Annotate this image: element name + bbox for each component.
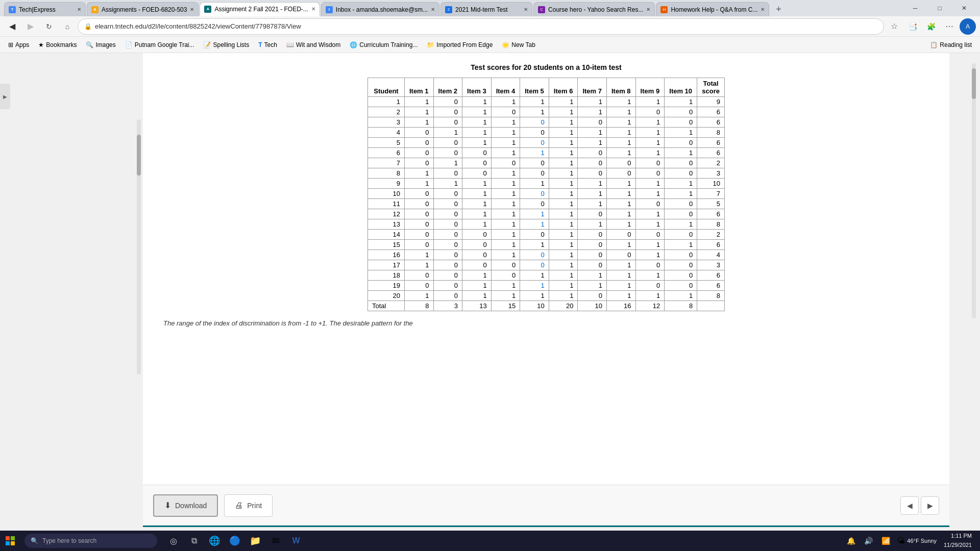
bookmarks-label: Bookmarks: [46, 41, 77, 48]
scores-table: Student Item 1 Item 2 Item 3 Item 4 Item…: [368, 78, 725, 311]
table-row: 1500011101116: [368, 240, 725, 250]
minimize-button[interactable]: ─: [903, 0, 927, 16]
print-icon: 🖨: [235, 501, 243, 510]
images-bookmark[interactable]: 🔍 Images: [82, 39, 119, 51]
tech-bookmark[interactable]: T Tech: [254, 39, 281, 51]
start-button[interactable]: [0, 531, 20, 551]
reading-list-label: Reading list: [940, 41, 972, 48]
tabs-bar: T Tech|Express ✕ A Assignments - FOED-68…: [4, 0, 976, 16]
collections-button[interactable]: 📑: [904, 18, 921, 35]
clock-date: 11/29/2021: [944, 541, 972, 550]
table-row: 210101111006: [368, 107, 725, 117]
tab1-favicon: T: [9, 6, 16, 13]
bottom-action-bar: ⬇ Download 🖨 Print ◀ ▶: [143, 485, 949, 525]
imported-label: Imported From Edge: [436, 41, 493, 48]
download-button[interactable]: ⬇ Download: [153, 494, 218, 517]
col-item5: Item 5: [520, 78, 549, 97]
newtab-bookmark[interactable]: 🌟 New Tab: [498, 39, 539, 51]
bookmarks-bookmark[interactable]: ★ Bookmarks: [34, 39, 81, 51]
new-tab-button[interactable]: +: [770, 2, 787, 16]
spelling-icon: 📝: [203, 41, 211, 48]
taskbar-explorer-icon[interactable]: 📁: [245, 531, 265, 551]
back-button[interactable]: ◀: [4, 18, 20, 35]
tab2-close[interactable]: ✕: [190, 7, 194, 12]
tab3-close[interactable]: ✕: [311, 6, 315, 12]
tab6-close[interactable]: ✕: [646, 7, 650, 12]
putnam-bookmark[interactable]: 📄 Putnam Google Trai...: [121, 39, 199, 51]
notification-icon[interactable]: 🔔: [843, 533, 859, 549]
svg-rect-0: [6, 536, 10, 540]
volume-icon[interactable]: 🔊: [860, 533, 876, 549]
tab6-title: Course hero - Yahoo Search Res...: [548, 6, 643, 13]
witwisdom-bookmark[interactable]: 📖 Wit and Wisdom: [282, 39, 345, 51]
table-row: 1000110111117: [368, 189, 725, 199]
tab7-close[interactable]: ✕: [761, 7, 765, 12]
taskbar-clock[interactable]: 1:11 PM 11/29/2021: [940, 532, 976, 549]
address-bar[interactable]: 🔒 elearn.tntech.edu/d2l/le/content/88252…: [78, 18, 884, 35]
download-label: Download: [175, 502, 207, 510]
reading-list-button[interactable]: 📋 Reading list: [926, 39, 976, 51]
right-scrollbar-thumb[interactable]: [972, 68, 976, 99]
browser-window: T Tech|Express ✕ A Assignments - FOED-68…: [0, 0, 980, 551]
imported-bookmark[interactable]: 📁 Imported From Edge: [423, 39, 497, 51]
left-scrollbar[interactable]: [137, 119, 141, 374]
tab-coursehero[interactable]: C Course hero - Yahoo Search Res... ✕: [533, 2, 655, 16]
left-scrollbar-thumb[interactable]: [137, 135, 141, 176]
tab5-close[interactable]: ✕: [524, 7, 528, 12]
tab-inbox[interactable]: I Inbox - amanda.shoemake@sm... ✕: [321, 2, 439, 16]
newtab-icon: 🌟: [502, 41, 509, 48]
tab-techexpress[interactable]: T Tech|Express ✕: [4, 2, 86, 16]
table-row: 1200111101106: [368, 209, 725, 219]
bookmarks-star-icon: ★: [38, 41, 44, 48]
taskbar-edge-icon[interactable]: 🌐: [204, 531, 225, 551]
forward-button[interactable]: ▶: [22, 18, 39, 35]
tab1-close[interactable]: ✕: [77, 7, 81, 12]
taskbar-cortana-icon[interactable]: ◎: [163, 531, 184, 551]
print-button[interactable]: 🖨 Print: [224, 494, 273, 517]
tab-assignment2[interactable]: A Assignment 2 Fall 2021 - FOED-... ✕: [200, 2, 320, 16]
taskbar-word-icon[interactable]: W: [286, 531, 306, 551]
apps-bookmark[interactable]: ⊞ Apps: [4, 39, 33, 51]
table-row: 2010111101118: [368, 291, 725, 301]
weather-text: 46°F Sunny: [907, 538, 937, 544]
right-scrollbar[interactable]: [972, 63, 976, 318]
taskbar-mail-icon[interactable]: ✉: [265, 531, 286, 551]
taskbar-chrome-icon[interactable]: 🔵: [225, 531, 245, 551]
close-button[interactable]: ✕: [952, 0, 976, 16]
tech-label: Tech: [264, 41, 277, 48]
sidebar-toggle[interactable]: ▶: [0, 84, 10, 109]
refresh-button[interactable]: ↻: [41, 18, 57, 35]
url-text: elearn.tntech.edu/d2l/le/content/8825242…: [95, 22, 877, 30]
network-icon[interactable]: 📶: [877, 533, 894, 549]
tab1-title: Tech|Express: [19, 6, 74, 13]
profile-button[interactable]: A: [960, 18, 976, 35]
taskbar-search-icon: 🔍: [31, 537, 38, 544]
maximize-button[interactable]: □: [928, 0, 951, 16]
sun-icon: 🌤: [897, 536, 905, 545]
navigation-bar: ◀ ▶ ↻ ⌂ 🔒 elearn.tntech.edu/d2l/le/conte…: [0, 16, 980, 37]
taskbar-search-box[interactable]: 🔍 Type here to search: [24, 534, 157, 548]
spelling-bookmark[interactable]: 📝 Spelling Lists: [199, 39, 253, 51]
curriculum-bookmark[interactable]: 🌐 Curriculum Training...: [346, 39, 422, 51]
tab-midterm[interactable]: 2 2021 Mid-term Test ✕: [440, 2, 532, 16]
settings-button[interactable]: ⋯: [941, 18, 958, 35]
title-bar: T Tech|Express ✕ A Assignments - FOED-68…: [0, 0, 980, 16]
home-button[interactable]: ⌂: [59, 18, 76, 35]
table-row: 9111111111110: [368, 179, 725, 189]
reading-list-icon: 📋: [930, 41, 938, 48]
table-row: 1300111111118: [368, 219, 725, 230]
table-row: 1610010100104: [368, 250, 725, 260]
tab4-close[interactable]: ✕: [431, 7, 435, 12]
tab-homework[interactable]: H Homework Help - Q&A from C... ✕: [656, 2, 769, 16]
weather-display[interactable]: 🌤 46°F Sunny: [895, 536, 939, 545]
tab-assignments[interactable]: A Assignments - FOED-6820-503 ✕: [87, 2, 199, 16]
table-row: 110111111119: [368, 97, 725, 107]
svg-rect-2: [6, 541, 10, 545]
table-row: 701000100002: [368, 158, 725, 168]
prev-page-button[interactable]: ◀: [900, 496, 919, 515]
taskbar-taskview-icon[interactable]: ⧉: [184, 531, 204, 551]
table-row: 401110111118: [368, 128, 725, 138]
next-page-button[interactable]: ▶: [921, 496, 939, 515]
star-button[interactable]: ☆: [886, 18, 902, 35]
extensions-button[interactable]: 🧩: [923, 18, 939, 35]
